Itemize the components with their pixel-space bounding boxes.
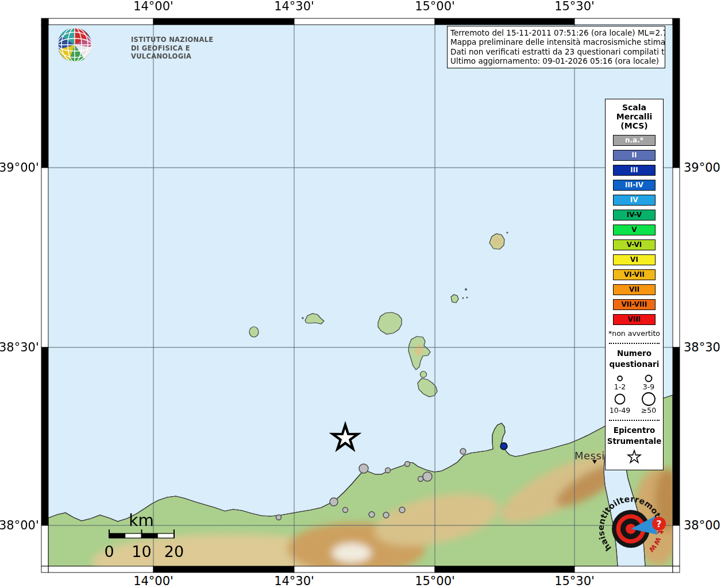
divider [609, 343, 660, 344]
tick-lon: 14°00' [116, 0, 191, 13]
legend-footnote: *non avvertito [606, 329, 663, 338]
scale-label-10: 10 [132, 543, 151, 560]
questionnaire-marker [359, 464, 368, 473]
islet [462, 297, 464, 299]
tick-lat: 38°30' [0, 341, 36, 354]
ingv-logo: ISTITUTO NAZIONALE DI GEOFISICA E VULCAN… [57, 26, 241, 68]
mcs-intensity-scale: n.a.*IIIIIIII-IVIVIV-VVV-VIVIVI-VIIVIIVI… [606, 135, 663, 325]
divider [609, 420, 660, 421]
epicenter-legend-title: Epicentro [606, 425, 663, 436]
questionnaire-marker [399, 507, 405, 513]
legend-intensity-VIII: VIII [613, 314, 656, 325]
questionnaire-marker [405, 462, 410, 467]
tick-lat: 39°00' [0, 161, 36, 175]
info-line-updated: Ultimo aggiornamento: 09-01-2026 05:16 (… [450, 56, 662, 65]
epicenter-star-icon [625, 449, 643, 465]
legend-intensity-IV-V: IV-V [613, 210, 656, 220]
questionnaire-marker [423, 472, 432, 481]
legend-intensity-III: III [613, 165, 656, 176]
island-panarea [451, 295, 458, 303]
legend-title: Scala [606, 103, 663, 112]
question-mark: ? [656, 519, 661, 529]
legend-intensity-V: V [613, 225, 656, 235]
tick-lat: 39°00' [684, 161, 721, 175]
legend-intensity-n.a.*: n.a.* [613, 135, 656, 146]
scale-label-20: 20 [164, 543, 184, 560]
questionnaire-legend-title: Numero [606, 348, 663, 359]
tick-lat: 38°00' [0, 519, 36, 532]
legend-intensity-VII: VII [613, 284, 656, 295]
questionnaire-marker [383, 512, 389, 518]
tick-lon: 14°00' [116, 574, 191, 588]
tick-lon: 15°30' [537, 0, 612, 13]
intensity-marker [500, 443, 507, 450]
tick-lon: 15°00' [398, 0, 472, 13]
legend-intensity-V-VI: V-VI [613, 239, 656, 250]
island-vulcanello [421, 372, 427, 378]
islet [466, 297, 468, 299]
questionnaire-marker [460, 448, 466, 454]
questionnaire-marker [385, 468, 391, 473]
tick-lat: 38°00' [684, 519, 721, 532]
questionnaire-marker [418, 477, 423, 482]
island-alicudi [249, 327, 259, 337]
islet-strombolicchio [506, 231, 508, 233]
ingv-globe-icon [57, 26, 94, 65]
size-circle-3-9 [646, 376, 652, 382]
tick-lon: 15°30' [537, 574, 612, 588]
legend-intensity-II: II [613, 150, 656, 161]
islet [302, 317, 304, 319]
scale-bar-unit: km [129, 511, 154, 530]
tick-lon: 15°00' [398, 574, 472, 588]
earthquake-info-box: Terremoto del 15-11-2011 07:51:26 (ora l… [447, 26, 665, 68]
questionnaire-marker [276, 515, 282, 520]
questionnaire-size-legend: 1-2 3-9 10-49 ≥50 [606, 371, 663, 415]
macroseismic-map-page: km 0 10 20 Messina haisentitoilterremoto… [0, 0, 721, 588]
legend-intensity-III-IV: III-IV [613, 180, 656, 191]
tick-lon: 14°30' [257, 574, 331, 588]
legend-intensity-VI-VII: VI-VII [613, 269, 656, 280]
questionnaire-marker [343, 508, 348, 513]
scale-label-0: 0 [104, 543, 114, 560]
ingv-name-line1: ISTITUTO NAZIONALE [131, 36, 214, 44]
size-circle-50plus [642, 393, 655, 405]
legend-intensity-IV: IV [613, 195, 656, 206]
info-line-data: Dati non verificati estratti da 23 quest… [450, 47, 662, 56]
tick-lat: 38°30' [684, 341, 721, 354]
questionnaire-marker [330, 498, 338, 506]
ingv-name-line2: DI GEOFISICA E VULCANOLOGIA [131, 44, 241, 60]
tick-lon: 14°30' [257, 0, 331, 13]
info-line-event: Terremoto del 15-11-2011 07:51:26 (ora l… [450, 28, 662, 37]
legend-panel: Scala Mercalli (MCS) n.a.*IIIIIIII-IVIVI… [605, 99, 664, 470]
legend-intensity-VI: VI [613, 254, 656, 265]
islet [465, 288, 467, 291]
size-circle-1-2 [618, 376, 622, 381]
size-circle-10-49 [615, 394, 625, 404]
questionnaire-marker [369, 512, 375, 517]
legend-intensity-VII-VIII: VII-VIII [613, 299, 656, 310]
info-line-map: Mappa preliminare delle intensità macros… [450, 37, 662, 47]
